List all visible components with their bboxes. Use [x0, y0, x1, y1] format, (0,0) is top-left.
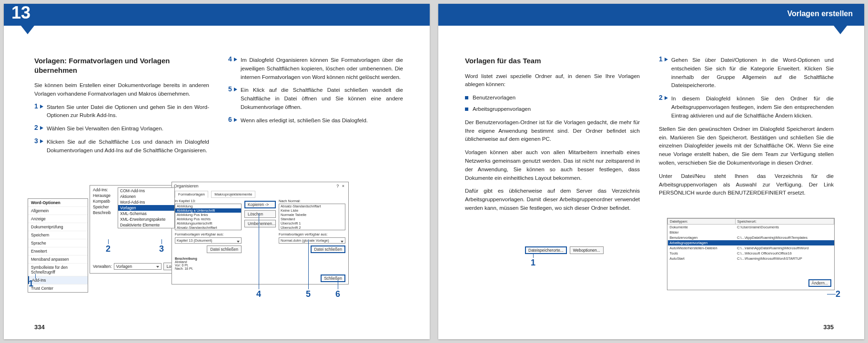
list-item[interactable]: Abbildung [175, 204, 241, 208]
label: Kompatib [93, 199, 112, 204]
list-item[interactable]: Abbildung Pos rechts [175, 217, 241, 221]
step-arrow-icon [234, 88, 237, 91]
desc-title: Beschreibung [175, 257, 345, 260]
desc-line: Nach: 18 Pt. [175, 267, 345, 270]
list-item[interactable]: Überschrift 2 [279, 225, 345, 230]
table-row[interactable]: Bilder [668, 230, 834, 235]
close-icon[interactable]: × [340, 184, 346, 188]
list-item[interactable]: Normale Tabelle [279, 213, 345, 217]
list-item[interactable]: Absatz-Standardschriftart [175, 225, 241, 230]
table-row[interactable]: Arbeitsgruppenvorlagen [668, 240, 834, 245]
list-item[interactable]: Abbildungsunterschrift [175, 221, 241, 225]
left-combo[interactable]: Kapitel 13 (Dokument) [175, 237, 242, 244]
left-col-2: 4 Im Dialogfeld Organisieren können Sie … [228, 56, 403, 160]
word-options-item[interactable]: Allgemein [28, 206, 88, 215]
list-item[interactable]: Abbildung Pos links [175, 213, 241, 217]
step-arrow-icon [234, 58, 237, 61]
delete-button[interactable]: Löschen [244, 210, 276, 218]
word-options-item[interactable]: Menüband anpassen [28, 255, 88, 263]
verwalten-dropdown[interactable]: COM-Add-InsAktionenWord-Add-InsVorlagenX… [118, 187, 175, 228]
combo-value: Kapitel 13 (Dokument) [177, 238, 212, 243]
dropdown-option[interactable]: Aktionen [118, 194, 174, 199]
dropdown-option[interactable]: Deaktivierte Elemente [118, 222, 174, 228]
callout-6: 6 [335, 289, 340, 299]
right-col-2: 1 Gehen Sie über Datei/Optionen in die W… [659, 56, 834, 217]
file-close-left-button[interactable]: Datei schließen [207, 245, 242, 253]
rename-button[interactable]: Umbenennen... [244, 220, 276, 227]
step-text: Wählen Sie bei Verwalten den Eintrag Vor… [47, 126, 163, 131]
word-options-item[interactable]: Anzeige [28, 215, 88, 223]
word-options-item[interactable]: Speichern [28, 231, 88, 239]
step-num-5: 5 [228, 86, 232, 92]
tab-makros[interactable]: Makroprojektelemente [211, 191, 255, 198]
dropdown-option[interactable]: COM-Add-Ins [118, 188, 174, 194]
step-4: 4 Im Dialogfeld Organisieren können Sie … [228, 56, 403, 81]
table-row[interactable]: AutoStartC:\...\Roaming\Microsoft\Word\S… [668, 256, 834, 261]
list-item[interactable]: Standard [279, 217, 345, 221]
file-locations-button[interactable]: Dateispeicherorte... [525, 246, 567, 254]
step-text: In diesem Dialogfeld können Sie den Ordn… [671, 96, 834, 118]
table-row[interactable]: ToolsC:\...\Microsoft Office\root\Office… [668, 251, 834, 256]
page-right: Vorlagen erstellen Vorlagen für das Team… [438, 4, 864, 339]
word-options-item[interactable]: Add-Ins [28, 276, 88, 284]
callout-3: 3 [159, 244, 164, 254]
modify-button[interactable]: Ändern... [808, 279, 832, 287]
step-num-3: 3 [34, 137, 38, 144]
dropdown-option[interactable]: Word-Add-Ins [118, 199, 174, 205]
list-item[interactable]: Überschrift 1 [279, 221, 345, 225]
close-dialog-button[interactable]: Schließen [321, 274, 345, 282]
label: Add-Ins: [93, 187, 108, 192]
chevron-down-icon [156, 266, 159, 269]
label: Herausge [93, 193, 118, 198]
table-row[interactable]: DokumenteC:\Users\raine\Documents [668, 225, 834, 230]
file-close-right-button[interactable]: Datei schließen [311, 245, 345, 253]
section-heading: Vorlagen: Formatvorlagen und Vorlagen üb… [34, 56, 209, 75]
word-options-item[interactable]: Sprache [28, 239, 88, 247]
right-content: Vorlagen für das Team Word listet zwei s… [465, 56, 834, 315]
right-col-1: Vorlagen für das Team Word listet zwei s… [465, 56, 640, 217]
word-options-item[interactable]: Trust Center [28, 284, 88, 292]
step-6: 6 Wenn alles erledigt ist, schließen Sie… [228, 117, 403, 125]
step-1: 1 Starten Sie unter Datei die Optionen u… [34, 103, 209, 120]
list-item[interactable]: Absatz-Standardschriftart [279, 204, 345, 208]
word-options-item[interactable]: Erweitert [28, 247, 88, 255]
step-text: Klicken Sie auf die Schaltfläche Los und… [47, 139, 209, 153]
help-icon[interactable]: ? [336, 184, 339, 188]
table-row[interactable]: AutoWiederherstellen-DateienC:\...\raine… [668, 245, 834, 251]
list-item[interactable]: Auflistung [175, 230, 241, 230]
web-options-button[interactable]: Weboptionen... [570, 246, 604, 254]
step-arrow-icon [665, 96, 668, 100]
dropdown-option[interactable]: XML-Schemas [118, 211, 174, 216]
verwalten-field[interactable]: Vorlagen [114, 263, 161, 270]
callout-2: 2 [106, 244, 111, 254]
chapter-banner: 13 [4, 4, 430, 26]
bullet-item: Arbeitsgruppenvorlagen [465, 105, 640, 114]
left-list-label: In Kapitel 13: [175, 199, 242, 203]
step-arrow-icon [234, 118, 237, 122]
chevron-down-icon [237, 241, 240, 243]
word-options-item[interactable]: Dokumentprüfung [28, 223, 88, 231]
right-listbox[interactable]: Absatz-StandardschriftartKeine ListeNorm… [279, 204, 345, 230]
chapter-number: 13 [11, 3, 30, 23]
right-combo[interactable]: Normal.dotm (globale Vorlage) [279, 237, 345, 244]
list-item[interactable]: Keine Liste [279, 208, 345, 213]
dropdown-option[interactable]: Vorlagen [118, 205, 174, 211]
organize-dialog: Organisieren ? × Formatvorlagen Makropro… [172, 182, 349, 284]
word-options-item[interactable]: Symbolleiste für den Schnellzugriff [28, 263, 88, 276]
word-options-panel: Word-Optionen AllgemeinAnzeigeDokumentpr… [28, 198, 88, 293]
body-text: Dafür gibt es üblicherweise auf dem Serv… [465, 187, 640, 212]
list-item[interactable]: Abbildung a Unterschrift [175, 208, 241, 213]
left-listbox[interactable]: AbbildungAbbildung a UnterschriftAbbildu… [175, 204, 242, 230]
page-left: 13 Vorlagen: Formatvorlagen und Vorlagen… [4, 4, 430, 339]
step-num-1: 1 [34, 103, 38, 109]
step-arrow-icon [40, 126, 43, 130]
tab-formatvorlagen[interactable]: Formatvorlagen [175, 191, 208, 198]
copy-button[interactable]: Kopieren -> [244, 201, 276, 208]
table-row[interactable]: BenutzervorlagenC:\...\AppData\Roaming\M… [668, 235, 834, 240]
step-text: Ein Klick auf die Schaltfläche Datei sch… [241, 87, 403, 110]
step-2: 2 Wählen Sie bei Verwalten den Eintrag V… [34, 125, 209, 133]
right-list-label: Nach Normal: [279, 199, 345, 203]
dropdown-option[interactable]: XML-Erweiterungspakete [118, 216, 174, 222]
avail-label: Formatvorlagen verfügbar aus: [175, 232, 242, 236]
verwalten-label: Verwalten: [93, 264, 112, 269]
